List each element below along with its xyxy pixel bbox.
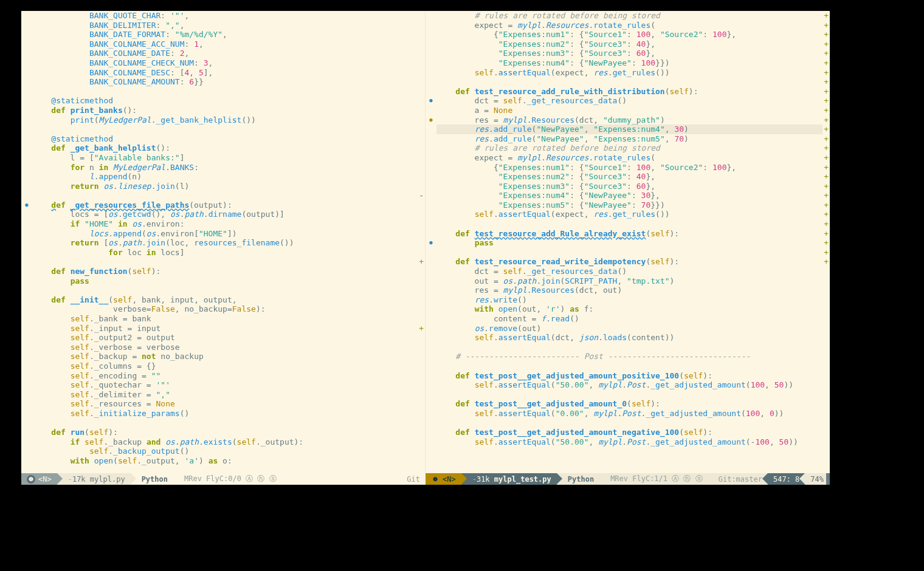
code-line[interactable]: self._backup = not no_backup xyxy=(32,352,418,361)
code-line[interactable]: def test_post__get_adjusted_amount_posit… xyxy=(436,371,822,381)
code-line[interactable] xyxy=(32,87,418,97)
code-line[interactable]: if "HOME" in os.environ: xyxy=(32,219,418,229)
code-line[interactable]: @staticmethod xyxy=(32,96,418,106)
code-line[interactable]: BANK_COLNAME_DESC: [4, 5], xyxy=(32,68,418,78)
minor-modes-left[interactable]: MRev FlyC:0/0 Ⓐ ⓗ ⓢ xyxy=(173,473,282,485)
code-line[interactable]: BANK_COLNAME_ACC_NUM: 1, xyxy=(32,39,418,49)
code-line[interactable]: BANK_DATE_FORMAT: "%m/%d/%Y", xyxy=(32,30,418,39)
code-line[interactable] xyxy=(32,257,418,267)
code-line[interactable]: def _get_bank_helplist(): xyxy=(32,143,418,153)
code-line[interactable]: for loc in locs] xyxy=(32,248,418,258)
code-line[interactable]: "Expenses:num3": {"Source3": 60}, xyxy=(436,182,822,191)
major-mode-left[interactable]: Python xyxy=(131,473,173,485)
code-line[interactable]: def _get_resources_file_paths(output): xyxy=(32,200,418,210)
git-info-right[interactable]: Git:master xyxy=(713,473,768,485)
code-line[interactable]: return [os.path.join(loc, resources_file… xyxy=(32,238,418,248)
code-line[interactable]: self._quotechar = '"' xyxy=(32,380,418,390)
major-mode-right[interactable]: Python xyxy=(557,473,599,485)
code-line[interactable] xyxy=(32,286,418,295)
code-line[interactable]: self._bank = bank xyxy=(32,314,418,324)
code-line[interactable]: pass xyxy=(32,276,418,286)
modeline-left[interactable]: ❶ <N> - 17k mylpl.py Python MRev FlyC:0/… xyxy=(21,473,426,485)
minor-modes-right[interactable]: MRev FlyC:1/1 Ⓐ ⓗ ⓢ xyxy=(599,473,708,485)
code-line[interactable]: def run(self): xyxy=(32,428,418,437)
code-line[interactable]: with open(out, 'r') as f: xyxy=(436,304,822,314)
code-line[interactable]: pass xyxy=(436,238,822,248)
code-line[interactable]: self.assertEqual(dct, json.loads(content… xyxy=(436,333,822,343)
right-pane[interactable]: ●●● # rules are rotated before being sto… xyxy=(426,11,830,473)
buffer-info-right[interactable]: - 31k mylpl_test.py xyxy=(461,473,557,485)
code-line[interactable]: {"Expenses:num1": {"Source1": 100, "Sour… xyxy=(436,30,822,39)
code-line[interactable]: # ------------------------ Post --------… xyxy=(436,352,822,361)
code-line[interactable]: res.add_rule("NewPayee", "Expenses:num4"… xyxy=(436,125,822,134)
code-line[interactable]: res = mylpl.Resources(dct, "dummy_path") xyxy=(436,115,822,125)
git-info-left[interactable]: Git xyxy=(401,473,426,485)
right-code-area[interactable]: # rules are rotated before being stored … xyxy=(436,11,822,473)
left-code-area[interactable]: BANK_QUOTE_CHAR: '"', BANK_DELIMITER: ",… xyxy=(32,11,418,473)
code-line[interactable]: dct = self._get_resources_data() xyxy=(436,96,822,106)
code-line[interactable]: def test_resource_add_Rule_already_exist… xyxy=(436,229,822,239)
code-line[interactable]: self.assertEqual(expect, res.get_rules()… xyxy=(436,68,822,78)
code-line[interactable]: self._initialize_params() xyxy=(32,409,418,419)
code-line[interactable]: self._backup_output() xyxy=(32,446,418,456)
code-line[interactable]: self._resources = None xyxy=(32,399,418,409)
code-line[interactable]: BANK_QUOTE_CHAR: '"', xyxy=(32,11,418,21)
code-line[interactable]: "Expenses:num2": {"Source3": 40}, xyxy=(436,172,822,182)
code-line[interactable]: print(MyLedgerPal._get_bank_helplist()) xyxy=(32,115,418,125)
code-line[interactable]: locs.append(os.environ["HOME"]) xyxy=(32,229,418,239)
code-line[interactable]: "Expenses:num3": {"Source3": 60}, xyxy=(436,49,822,58)
code-line[interactable]: content = f.read() xyxy=(436,314,822,324)
code-line[interactable]: BANK_DELIMITER: ",", xyxy=(32,21,418,30)
code-line[interactable]: self.assertEqual("50.00", mylpl.Post._ge… xyxy=(436,437,822,447)
code-line[interactable]: def test_post__get_adjusted_amount_negat… xyxy=(436,428,822,437)
code-line[interactable] xyxy=(32,125,418,134)
code-line[interactable]: expect = mylpl.Resources.rotate_rules( xyxy=(436,153,822,163)
code-line[interactable]: l = ["Available banks:"] xyxy=(32,153,418,163)
code-line[interactable] xyxy=(32,419,418,428)
code-line[interactable]: self._output2 = output xyxy=(32,333,418,343)
window-number-left[interactable]: ❶ <N> xyxy=(21,473,57,485)
code-line[interactable]: {"Expenses:num1": {"Source1": 100, "Sour… xyxy=(436,163,822,173)
code-line[interactable]: if self._backup and os.path.exists(self.… xyxy=(32,437,418,447)
code-line[interactable] xyxy=(436,343,822,352)
code-line[interactable] xyxy=(436,390,822,400)
code-line[interactable]: BANK_COLNAME_AMOUNT: 6}} xyxy=(32,77,418,87)
code-line[interactable]: self.assertEqual("0.00", mylpl.Post._get… xyxy=(436,409,822,419)
code-line[interactable]: self._delimiter = "," xyxy=(32,390,418,400)
code-line[interactable]: return os.linesep.join(l) xyxy=(32,182,418,191)
code-line[interactable]: @staticmethod xyxy=(32,134,418,144)
code-line[interactable]: def test_resource_read_write_idempotency… xyxy=(436,257,822,267)
code-line[interactable]: def test_post__get_adjusted_amount_0(sel… xyxy=(436,399,822,409)
code-line[interactable]: # rules are rotated before being stored xyxy=(436,11,822,21)
code-line[interactable]: "Expenses:num5": {"NewPayee": 70}}) xyxy=(436,200,822,210)
code-line[interactable]: def print_banks(): xyxy=(32,106,418,115)
window-number-right[interactable]: ❷ <N> xyxy=(426,473,461,485)
code-line[interactable]: with open(self._output, 'a') as o: xyxy=(32,456,418,466)
code-line[interactable]: dct = self._get_resources_data() xyxy=(436,267,822,276)
code-line[interactable]: "Expenses:num2": {"Source3": 40}, xyxy=(436,39,822,49)
code-line[interactable] xyxy=(436,419,822,428)
modeline-right[interactable]: ❷ <N> - 31k mylpl_test.py Python MRev Fl… xyxy=(426,473,830,485)
code-line[interactable]: self._encoding = "" xyxy=(32,371,418,381)
code-line[interactable]: res.write() xyxy=(436,295,822,305)
buffer-info-left[interactable]: - 17k mylpl.py xyxy=(57,473,131,485)
code-line[interactable]: self._verbose = verbose xyxy=(32,343,418,352)
code-line[interactable] xyxy=(32,191,418,200)
code-line[interactable]: os.remove(out) xyxy=(436,324,822,333)
code-line[interactable]: "Expenses:num4": {"NewPayee": 100}}) xyxy=(436,58,822,68)
code-line[interactable]: BANK_COLNAME_DATE: 2, xyxy=(32,49,418,58)
code-line[interactable]: res = mylpl.Resources(dct, out) xyxy=(436,286,822,295)
code-line[interactable]: # rules are rotated before being stored xyxy=(436,143,822,153)
code-line[interactable]: res.add_rule("NewPayee", "Expenses:num5"… xyxy=(436,134,822,144)
code-line[interactable]: def __init__(self, bank, input, output, xyxy=(32,295,418,305)
code-line[interactable]: "Expenses:num4": {"NewPayee": 30}, xyxy=(436,191,822,200)
code-line[interactable] xyxy=(436,361,822,371)
code-line[interactable]: def test_resource_add_rule_with_distribu… xyxy=(436,87,822,97)
code-line[interactable] xyxy=(436,219,822,229)
code-line[interactable]: expect = mylpl.Resources.rotate_rules( xyxy=(436,21,822,30)
code-line[interactable]: self._columns = {} xyxy=(32,361,418,371)
code-line[interactable]: BANK_COLNAME_CHECK_NUM: 3, xyxy=(32,58,418,68)
code-line[interactable]: l.append(n) xyxy=(32,172,418,182)
code-line[interactable]: verbose=False, no_backup=False): xyxy=(32,304,418,314)
left-pane[interactable]: ● BANK_QUOTE_CHAR: '"', BANK_DELIMITER: … xyxy=(21,11,426,473)
